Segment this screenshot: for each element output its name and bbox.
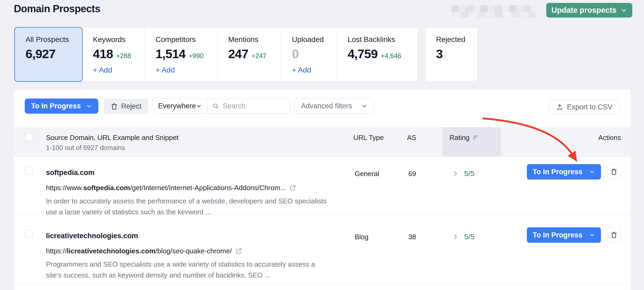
update-prospects-button[interactable]: Update prospects (546, 3, 632, 18)
table-header: Source Domain, URL Example and Snippet 1… (14, 127, 631, 157)
tab-count: 247 (228, 46, 248, 61)
column-as[interactable]: AS (407, 134, 416, 142)
table-row: licreativetechnologies.com https://licre… (14, 214, 631, 285)
page-title: Domain Prospects (14, 3, 100, 15)
reject-button[interactable]: Reject (104, 99, 148, 114)
authority-score-value: 38 (408, 233, 416, 241)
expand-rating-icon[interactable] (452, 170, 459, 177)
prospects-panel: To In Progress Reject Everywhere Advance… (14, 89, 631, 290)
redacted-text (452, 5, 536, 18)
search-scope-dropdown[interactable]: Everywhere (152, 99, 207, 113)
url-example: https://licreativetechnologies.com/blog/… (46, 247, 242, 255)
tab-all-prospects[interactable]: All Prospects 6,927 (14, 27, 83, 82)
rating-column-label: Rating (450, 134, 469, 142)
url-domain: softpedia.com (83, 184, 130, 192)
url-path: /blog/seo-quake-chrome/ (155, 247, 232, 255)
tab-label: Mentions (228, 35, 281, 44)
rating-value: 5/5 (464, 233, 474, 241)
bulk-to-in-progress-button[interactable]: To In Progress (25, 99, 98, 114)
tab-keywords[interactable]: Keywords 418+288 + Add (82, 27, 145, 81)
url-prefix: https://www. (46, 184, 83, 192)
search-group: Everywhere (152, 99, 290, 114)
authority-score-value: 69 (408, 170, 416, 178)
tab-lost-backlinks[interactable]: Lost Backlinks 4,759+4,646 (337, 27, 417, 81)
row-to-in-progress-button[interactable]: To In Progress (527, 164, 601, 180)
chevron-down-icon (86, 103, 92, 109)
bulk-action-label: To In Progress (31, 102, 81, 110)
source-domain: licreativetechnologies.com (46, 232, 138, 240)
sort-descending-icon (473, 134, 479, 141)
row-to-in-progress-button[interactable]: To In Progress (527, 227, 601, 243)
trash-icon (611, 232, 617, 238)
advanced-filters-label: Advanced filters (301, 102, 352, 110)
tab-count: 0 (292, 46, 299, 61)
update-prospects-label: Update prospects (552, 6, 617, 15)
domain-prospects-page: Domain Prospects Update prospects Keywor… (0, 0, 644, 290)
row-delete-button[interactable] (607, 164, 620, 180)
table-row: softpedia.com https://www.softpedia.com/… (14, 157, 631, 214)
tab-count: 6,927 (26, 46, 56, 61)
trash-icon (611, 168, 617, 175)
chevron-down-icon (621, 7, 627, 14)
export-icon (556, 104, 563, 111)
tab-label: Keywords (93, 35, 145, 44)
add-uploaded-link[interactable]: + Add (292, 66, 311, 74)
row-checkbox[interactable] (25, 230, 33, 238)
rating-column-highlight (443, 127, 501, 156)
chevron-down-icon (362, 103, 367, 109)
tab-delta: +990 (189, 52, 204, 60)
row-action-label: To In Progress (533, 168, 582, 176)
tab-count: 1,514 (155, 46, 185, 61)
tab-label: All Prospects (26, 35, 82, 44)
source-domain: softpedia.com (46, 169, 95, 177)
tab-uploaded[interactable]: Uploaded 0 + Add (281, 27, 337, 81)
reject-label: Reject (121, 102, 142, 110)
expand-rating-icon[interactable] (452, 233, 459, 240)
snippet-text: Programmers and SEO specialists use a wi… (46, 259, 328, 281)
url-example: https://www.softpedia.com/get/Internet/I… (46, 184, 296, 192)
tab-delta: +4,646 (381, 52, 401, 60)
column-actions: Actions (598, 134, 621, 142)
add-keywords-link[interactable]: + Add (93, 66, 112, 74)
chevron-down-icon (196, 103, 202, 109)
tab-label: Rejected (436, 35, 477, 44)
tab-delta: +247 (251, 52, 266, 60)
url-prefix: https:// (46, 247, 67, 255)
tab-count: 418 (93, 46, 113, 61)
chevron-down-icon (589, 232, 595, 238)
advanced-filters-dropdown[interactable]: Advanced filters (294, 99, 374, 114)
url-path: /get/Internet/Internet-Applications-Addo… (130, 184, 286, 192)
url-type-value: General (355, 170, 379, 178)
chevron-down-icon (589, 169, 595, 175)
rating-value: 5/5 (464, 169, 474, 178)
tab-delta: +288 (116, 52, 131, 60)
tab-label: Competitors (155, 35, 217, 44)
tab-card-group: Keywords 418+288 + Add Competitors 1,514… (14, 27, 418, 81)
tab-rejected[interactable]: Rejected 3 (425, 27, 478, 81)
add-competitors-link[interactable]: + Add (155, 66, 175, 74)
tab-label: Uploaded (292, 35, 337, 44)
export-to-csv-button[interactable]: Export to CSV (549, 100, 620, 114)
url-domain: licreativetechnologies.com (67, 247, 155, 255)
tab-count: 3 (436, 46, 443, 61)
table-range-label: 1-100 out of 6927 domains (46, 144, 125, 152)
column-rating[interactable]: Rating (450, 134, 479, 142)
search-icon (213, 103, 219, 109)
export-label: Export to CSV (567, 103, 612, 111)
search-scope-label: Everywhere (158, 102, 196, 110)
trash-icon (111, 103, 118, 110)
tab-competitors[interactable]: Competitors 1,514+990 + Add (145, 27, 217, 81)
column-source-domain: Source Domain, URL Example and Snippet (46, 134, 179, 142)
row-checkbox[interactable] (25, 167, 33, 174)
tab-label: Lost Backlinks (348, 35, 417, 44)
url-type-value: Blog (355, 233, 368, 241)
row-action-label: To In Progress (533, 231, 582, 239)
prospect-source-tabs: Keywords 418+288 + Add Competitors 1,514… (14, 27, 418, 81)
column-url-type[interactable]: URL Type (353, 134, 384, 142)
tab-mentions[interactable]: Mentions 247+247 (217, 27, 281, 81)
row-delete-button[interactable] (607, 227, 620, 243)
select-all-checkbox[interactable] (25, 133, 33, 141)
external-link-icon[interactable] (289, 184, 296, 191)
tab-count: 4,759 (348, 46, 378, 61)
external-link-icon[interactable] (235, 248, 242, 255)
